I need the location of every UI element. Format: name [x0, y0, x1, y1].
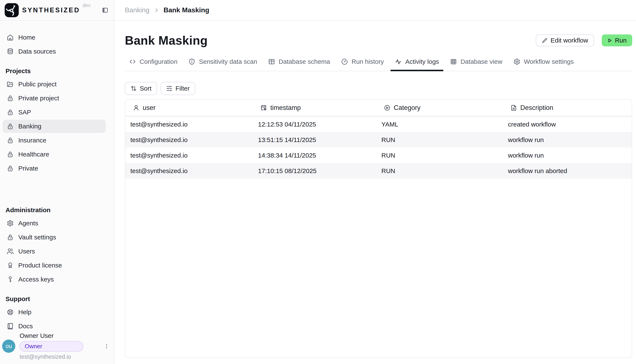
tab-database-schema[interactable]: Database schema: [264, 58, 334, 71]
sidebar-item-label: Vault settings: [18, 234, 56, 241]
collapse-sidebar-button[interactable]: [101, 6, 109, 14]
sidebar-item-access-keys[interactable]: Access keys: [3, 273, 106, 286]
cell-category: YAML: [376, 121, 503, 128]
sidebar-item-insurance[interactable]: Insurance: [3, 134, 106, 147]
sidebar-item-label: Home: [18, 34, 35, 41]
book-icon: [7, 323, 14, 330]
sidebar-item-label: Data sources: [18, 48, 56, 55]
tab-activity-logs[interactable]: Activity logs: [391, 58, 443, 71]
sidebar-item-label: SAP: [18, 109, 31, 116]
user-menu-button[interactable]: [102, 342, 111, 350]
tab-label: Database schema: [279, 58, 330, 65]
tab-configuration[interactable]: Configuration: [125, 58, 182, 71]
sort-arrows-icon: [130, 85, 137, 92]
run-button[interactable]: Run: [602, 34, 632, 46]
tab-sensitivity-data-scan[interactable]: Sensitivity data scan: [184, 58, 261, 71]
award-icon: [7, 262, 14, 269]
file-text-icon: [510, 104, 517, 111]
tab-label: Sensitivity data scan: [199, 58, 257, 65]
sidebar-item-healthcare[interactable]: Healthcare: [3, 148, 106, 161]
users-icon: [7, 248, 14, 255]
edit-workflow-label: Edit workflow: [550, 37, 588, 44]
sidebar-item-private[interactable]: Private: [3, 162, 106, 175]
page-actions: Edit workflow Run: [536, 34, 632, 46]
sidebar-item-label: Users: [18, 248, 35, 255]
tab-label: Run history: [352, 58, 384, 65]
sidebar-item-sap[interactable]: SAP: [3, 106, 106, 119]
table-row: test@synthesized.io 17:10:15 08/12/2025 …: [125, 163, 632, 178]
table-row: test@synthesized.io 14:38:34 14/11/2025 …: [125, 148, 632, 163]
cell-user: test@synthesized.io: [125, 136, 253, 144]
sidebar-item-public-project[interactable]: Public project: [3, 78, 106, 91]
user-panel: ou Owner User Owner test@synthesized.io: [0, 332, 114, 360]
sidebar-nav: Home Data sources Projects Public projec…: [0, 20, 114, 364]
key-icon: [7, 276, 14, 283]
user-icon: [133, 104, 139, 111]
sidebar-item-product-license[interactable]: Product license: [3, 259, 106, 272]
lock-icon: [7, 165, 14, 172]
run-label: Run: [615, 37, 627, 44]
edit-workflow-button[interactable]: Edit workflow: [536, 34, 594, 46]
table-header-row: user timestamp Category Description: [125, 100, 632, 116]
sidebar-item-label: Banking: [18, 123, 41, 130]
sidebar-item-label: Docs: [18, 322, 33, 330]
sidebar-item-help[interactable]: Help: [3, 306, 106, 319]
activity-logs-table: user timestamp Category Description: [125, 99, 632, 358]
tab-label: Activity logs: [405, 58, 439, 65]
tab-label: Workflow settings: [524, 58, 574, 65]
cell-description: workflow run aborted: [503, 167, 632, 174]
sidebar-item-private-project[interactable]: Private project: [3, 92, 106, 105]
column-label: Category: [394, 104, 420, 112]
sidebar-item-vault-settings[interactable]: Vault settings: [3, 231, 106, 244]
sidebar-item-agents[interactable]: Agents: [3, 217, 106, 230]
synthesized-logo-icon: [5, 3, 19, 17]
filter-sliders-icon: [166, 85, 173, 92]
filter-button[interactable]: Filter: [161, 82, 195, 95]
gear-icon: [513, 58, 520, 65]
table-toolbar: Sort Filter: [125, 82, 632, 95]
cell-timestamp: 17:10:15 08/12/2025: [253, 167, 376, 174]
grid-icon: [450, 58, 457, 65]
column-label: Description: [520, 104, 553, 112]
sort-button[interactable]: Sort: [125, 82, 157, 95]
table-row: test@synthesized.io 13:51:15 14/11/2025 …: [125, 132, 632, 148]
topbar: Banking Bank Masking: [114, 0, 636, 20]
user-meta: Owner User Owner test@synthesized.io: [20, 332, 97, 360]
user-name: Owner User: [20, 332, 97, 339]
cell-user: test@synthesized.io: [125, 152, 253, 159]
page-title: Bank Masking: [125, 34, 208, 48]
play-icon: [607, 38, 612, 43]
tab-workflow-settings[interactable]: Workflow settings: [509, 58, 578, 71]
lock-icon: [7, 109, 14, 116]
pencil-icon: [542, 38, 547, 43]
sidebar-item-label: Product license: [18, 262, 62, 269]
tab-run-history[interactable]: Run history: [337, 58, 388, 71]
column-header-description: Description: [503, 104, 632, 112]
cell-user: test@synthesized.io: [125, 167, 253, 174]
chevron-right-icon: [154, 8, 159, 13]
database-icon: [7, 48, 14, 55]
lock-icon: [7, 95, 14, 102]
sort-label: Sort: [140, 85, 152, 92]
cell-category: RUN: [376, 167, 503, 174]
sidebar-item-home[interactable]: Home: [3, 31, 106, 44]
sidebar-item-users[interactable]: Users: [3, 245, 106, 258]
sidebar-item-data-sources[interactable]: Data sources: [3, 45, 106, 58]
sidebar-item-label: Help: [18, 308, 32, 316]
breadcrumb-parent[interactable]: Banking: [125, 6, 150, 14]
lock-icon: [7, 137, 14, 144]
column-header-timestamp: timestamp: [253, 104, 376, 112]
folder-open-icon: [7, 81, 14, 88]
tab-label: Database view: [460, 58, 502, 65]
breadcrumb-current: Bank Masking: [164, 6, 209, 14]
sidebar-item-label: Public project: [18, 80, 57, 88]
sidebar-item-docs[interactable]: Docs: [3, 320, 106, 333]
role-badge: Owner: [20, 341, 83, 352]
calendar-clock-icon: [261, 104, 267, 111]
sidebar-item-banking[interactable]: Banking: [3, 120, 106, 133]
cell-timestamp: 13:51:15 14/11/2025: [253, 136, 376, 144]
kebab-menu-icon: [104, 343, 110, 349]
tab-database-view[interactable]: Database view: [446, 58, 507, 71]
sidebar-header: SYNTHESIZED dev: [0, 0, 114, 20]
lock-icon: [7, 151, 14, 158]
